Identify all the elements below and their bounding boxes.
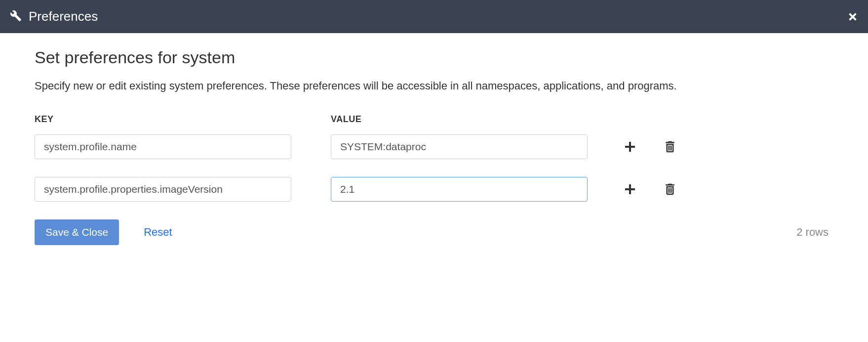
preference-row: [35, 177, 833, 202]
delete-row-button[interactable]: [663, 139, 677, 154]
plus-icon: [622, 181, 638, 197]
value-input[interactable]: [331, 134, 588, 159]
close-button[interactable]: [847, 11, 858, 22]
svg-rect-1: [670, 146, 671, 151]
close-icon: [847, 11, 858, 22]
svg-rect-0: [668, 146, 669, 151]
column-header-key: KEY: [35, 114, 331, 125]
wrench-icon: [10, 10, 22, 24]
reset-button[interactable]: Reset: [144, 226, 172, 239]
add-row-button[interactable]: [622, 181, 638, 197]
trash-icon: [663, 139, 677, 154]
header-title: Preferences: [29, 9, 98, 24]
trash-icon: [663, 182, 677, 197]
page-title: Set preferences for system: [35, 48, 833, 67]
key-input[interactable]: [35, 134, 291, 159]
svg-rect-5: [671, 188, 672, 193]
page-subtitle: Specify new or edit existing system pref…: [35, 77, 833, 94]
svg-rect-4: [670, 188, 671, 193]
svg-rect-3: [668, 188, 669, 193]
delete-row-button[interactable]: [663, 182, 677, 197]
column-header-value: VALUE: [331, 114, 588, 125]
plus-icon: [622, 139, 638, 155]
row-count-label: 2 rows: [796, 226, 829, 239]
svg-rect-2: [671, 146, 672, 151]
key-input[interactable]: [35, 177, 291, 202]
value-input[interactable]: [331, 177, 588, 202]
preference-row: [35, 134, 833, 159]
save-close-button[interactable]: Save & Close: [35, 219, 119, 245]
add-row-button[interactable]: [622, 139, 638, 155]
